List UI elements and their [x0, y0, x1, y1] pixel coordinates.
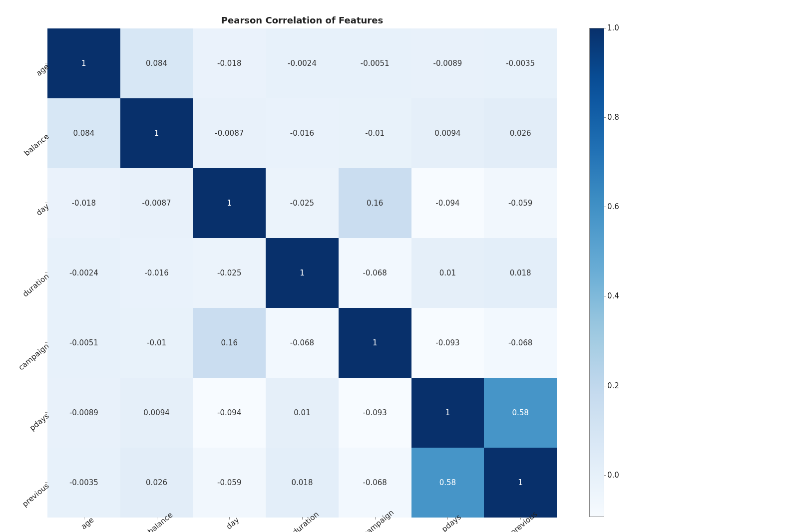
- heatmap-cell: -0.068: [484, 308, 557, 378]
- colorbar-tick-label: 0.4: [607, 291, 619, 300]
- heatmap-cell: -0.093: [339, 378, 411, 448]
- heatmap-cell: 0.01: [411, 238, 484, 308]
- x-tick: [411, 517, 484, 520]
- colorbar-tick-label: 0.2: [607, 381, 619, 390]
- heatmap-cell: 1: [411, 378, 484, 448]
- heatmap-cell: 0.018: [484, 238, 557, 308]
- y-tick: [44, 28, 47, 98]
- heatmap-cell: -0.01: [120, 308, 193, 378]
- heatmap-cell: 0.01: [266, 378, 339, 448]
- colorbar: [589, 28, 604, 517]
- heatmap-cell: -0.025: [266, 168, 339, 238]
- heatmap-cell: -0.094: [411, 168, 484, 238]
- heatmap-cell: -0.068: [339, 238, 411, 308]
- x-axis-ticks: [47, 517, 557, 520]
- y-tick: [44, 168, 47, 238]
- chart-title: Pearson Correlation of Features: [47, 15, 557, 25]
- heatmap-grid: 10.084-0.018-0.0024-0.0051-0.0089-0.0035…: [47, 28, 557, 518]
- heatmap-chart: Pearson Correlation of Features 10.084-0…: [47, 15, 557, 518]
- heatmap-cell: 0.58: [484, 378, 557, 448]
- heatmap-cell: -0.0035: [484, 28, 557, 98]
- heatmap-cell: 0.0094: [120, 378, 193, 448]
- colorbar-tick-label: 0.6: [607, 202, 619, 211]
- heatmap-cell: -0.094: [193, 378, 266, 448]
- x-tick: [266, 517, 339, 520]
- heatmap-cell: -0.018: [193, 28, 266, 98]
- heatmap-cell: 0.0094: [411, 98, 484, 168]
- heatmap-cell: -0.0024: [266, 28, 339, 98]
- x-tick: [193, 517, 266, 520]
- heatmap-cell: 0.16: [193, 308, 266, 378]
- y-tick: [44, 238, 47, 307]
- heatmap-cell: -0.059: [484, 168, 557, 238]
- heatmap-cell: 0.026: [484, 98, 557, 168]
- heatmap-cell: 1: [339, 308, 411, 378]
- y-axis-ticks: [44, 28, 47, 517]
- heatmap-cell: -0.0089: [411, 28, 484, 98]
- colorbar-tick-label: 0.0: [607, 471, 619, 480]
- heatmap-cell: 0.084: [120, 28, 193, 98]
- x-axis-labels: agebalancedaydurationcampaignpdaysprevio…: [47, 519, 557, 529]
- y-tick: [44, 307, 47, 377]
- x-tick: [339, 517, 411, 520]
- heatmap-cell: -0.01: [339, 98, 411, 168]
- heatmap-cell: 0.16: [339, 168, 411, 238]
- heatmap-cell: -0.016: [120, 238, 193, 308]
- x-tick: [120, 517, 193, 520]
- colorbar-ticks: 0.00.20.40.60.81.0: [607, 28, 637, 517]
- y-tick: [44, 377, 47, 447]
- heatmap-cell: -0.0087: [193, 98, 266, 168]
- colorbar-tick-label: 0.8: [607, 113, 619, 122]
- heatmap-cell: 1: [120, 98, 193, 168]
- x-tick: [484, 517, 557, 520]
- heatmap-cell: -0.093: [411, 308, 484, 378]
- heatmap-cell: 1: [266, 238, 339, 308]
- y-axis-labels: agebalancedaydurationcampaignpdaysprevio…: [10, 28, 47, 517]
- heatmap-cell: 1: [193, 168, 266, 238]
- y-tick: [44, 447, 47, 517]
- colorbar-tick-label: 1.0: [607, 23, 619, 32]
- heatmap-cell: -0.025: [193, 238, 266, 308]
- y-tick: [44, 98, 47, 168]
- heatmap-cell: -0.068: [266, 308, 339, 378]
- heatmap-cell: -0.016: [266, 98, 339, 168]
- heatmap-cell: -0.0087: [120, 168, 193, 238]
- heatmap-cell: -0.0051: [339, 28, 411, 98]
- x-tick: [47, 517, 120, 520]
